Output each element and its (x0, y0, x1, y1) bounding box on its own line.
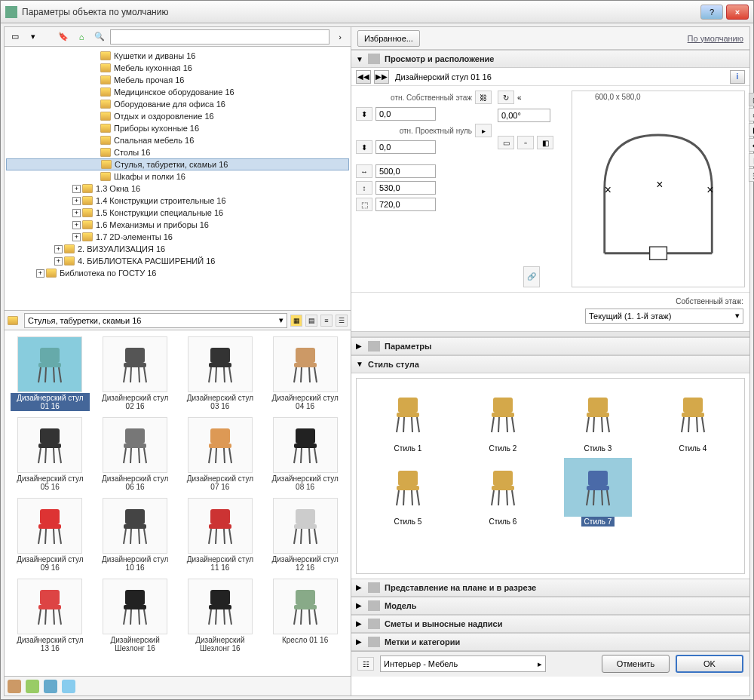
style-item[interactable]: Стиль 2 (458, 385, 548, 453)
thumbnail-item[interactable]: Дизайнерский стул 05 16 (9, 416, 91, 493)
style-item[interactable]: Стиль 4 (648, 385, 738, 453)
view-library-icon[interactable]: ▭ (8, 29, 23, 45)
tree-item[interactable]: +Библиотека по ГОСТУ 16 (6, 267, 349, 279)
thumbnail-grid[interactable]: Дизайнерский стул 01 16Дизайнерский стул… (5, 330, 351, 676)
thumbnail-item[interactable]: Дизайнерский стул 12 16 (264, 496, 346, 574)
chain2-icon[interactable]: ▸ (475, 124, 492, 137)
tree-item[interactable]: Шкафы и полки 16 (6, 170, 349, 183)
offset-bottom-input[interactable] (375, 140, 436, 154)
lib-icon-2[interactable] (26, 680, 39, 693)
thumbnail-item[interactable]: Дизайнерский стул 13 16 (9, 577, 91, 655)
category-select[interactable]: Интерьер - Мебель▸ (380, 655, 546, 672)
chevron-down-icon[interactable]: ▾ (26, 29, 41, 45)
tree-item[interactable]: Отдых и оздоровление 16 (6, 110, 349, 122)
ok-button[interactable]: OK (676, 655, 743, 673)
tree-item[interactable]: Мебель прочая 16 (6, 74, 349, 86)
tree-item[interactable]: +4. БИБЛИОТЕКА РАСШИРЕНИЙ 16 (6, 255, 349, 267)
panel-style-header[interactable]: ▼ Стиль стула (351, 355, 749, 373)
lib-icon-1[interactable] (8, 680, 21, 693)
style-item[interactable]: Стиль 1 (363, 385, 453, 453)
thumbnail-item[interactable]: Дизайнерский Шезлонг 16 (179, 577, 262, 655)
thumbnail-item[interactable]: Дизайнерский стул 01 16 (9, 335, 91, 413)
tree-toggle-icon[interactable]: + (72, 221, 81, 229)
favorites-button[interactable]: Избранное... (357, 30, 420, 47)
view-axon-icon[interactable]: ⬚ (749, 168, 754, 182)
panel-parameters-header[interactable]: ▶ Параметры (351, 337, 749, 355)
view-front-icon[interactable]: ▭ (749, 108, 754, 121)
tree-item[interactable]: +1.3 Окна 16 (6, 183, 349, 195)
lib-icon-3[interactable] (44, 680, 57, 693)
thumbnail-item[interactable]: Дизайнерский стул 08 16 (264, 416, 346, 493)
nav-next-button[interactable]: ▶▶ (374, 70, 389, 84)
link-dim-icon[interactable]: 🔗 (523, 266, 540, 287)
storey-select[interactable]: Текущий (1. 1-й этаж)▾ (585, 309, 743, 324)
tree-toggle-icon[interactable]: + (54, 257, 63, 266)
mirror-d-icon[interactable]: ◧ (537, 136, 553, 149)
cancel-button[interactable]: Отменить (602, 655, 670, 673)
tree-item[interactable]: Спальная мебель 16 (6, 134, 349, 146)
thumbnail-item[interactable]: Дизайнерский стул 03 16 (179, 335, 262, 413)
view-iso-icon[interactable]: ◆ (749, 138, 754, 152)
thumbnail-item[interactable]: Дизайнерский стул 06 16 (94, 416, 176, 493)
folder-select[interactable]: Стулья, табуретки, скамьи 16 ▾ (24, 313, 287, 328)
thumbnail-item[interactable]: Дизайнерский стул 04 16 (264, 335, 346, 413)
default-link[interactable]: По умолчанию (688, 34, 743, 43)
dim-y-input[interactable] (375, 181, 436, 195)
tree-item[interactable]: +2. ВИЗУАЛИЗАЦИЯ 16 (6, 243, 349, 255)
chain-icon[interactable]: ⛓ (475, 91, 492, 104)
preview-viewport[interactable]: 600,0 x 580,0 × × × ▢ ▭ ◧ ◆ ▯ (572, 91, 745, 287)
dim-z-input[interactable] (375, 198, 436, 211)
view-plan-icon[interactable]: ▢ (749, 93, 754, 106)
style-item[interactable]: Стиль 6 (458, 458, 548, 527)
thumbnail-item[interactable]: Дизайнерский стул 10 16 (94, 496, 176, 574)
angle-input[interactable] (498, 109, 550, 122)
search-input[interactable] (110, 29, 329, 45)
tree-item[interactable]: +1.6 Механизмы и приборы 16 (6, 219, 349, 231)
style-item[interactable]: Стиль 5 (363, 458, 453, 527)
rotate-icon[interactable]: ↻ (498, 91, 514, 104)
bookmark-icon[interactable]: 🔖 (56, 29, 71, 45)
dim-x-input[interactable] (375, 164, 436, 178)
view-list-icon[interactable]: ☰ (336, 315, 348, 327)
thumbnail-item[interactable]: Дизайнерский стул 02 16 (94, 335, 176, 413)
tree-toggle-icon[interactable]: + (54, 245, 63, 253)
panel-model-header[interactable]: ▶ Модель (351, 597, 749, 615)
thumbnail-item[interactable]: Кресло 01 16 (264, 577, 346, 655)
tree-item[interactable]: Кушетки и диваны 16 (6, 50, 349, 62)
tree-item[interactable]: Мебель кухонная 16 (6, 62, 349, 74)
tree-toggle-icon[interactable]: + (72, 197, 81, 205)
tree-item[interactable]: +1.7 2D-элементы 16 (6, 231, 349, 243)
view-small-icon[interactable]: ≡ (320, 315, 333, 327)
library-tree[interactable]: Кушетки и диваны 16Мебель кухонная 16Меб… (5, 47, 351, 311)
thumbnail-item[interactable]: Дизайнерский стул 07 16 (179, 416, 262, 493)
style-item[interactable]: Стиль 3 (553, 385, 643, 453)
style-grid[interactable]: Стиль 1Стиль 2Стиль 3Стиль 4Стиль 5Стиль… (356, 378, 745, 574)
mirror-h-icon[interactable]: ▭ (498, 136, 514, 149)
tree-item[interactable]: Оборудование для офиса 16 (6, 98, 349, 110)
tree-item[interactable]: +1.4 Конструкции строительные 16 (6, 195, 349, 207)
info-button[interactable]: i (730, 70, 745, 84)
view-large-icon[interactable]: ▦ (290, 315, 302, 327)
tree-toggle-icon[interactable]: + (72, 209, 81, 217)
tree-item[interactable]: Приборы кухонные 16 (6, 122, 349, 134)
panel-plansection-header[interactable]: ▶ Представление на плане и в разрезе (351, 579, 749, 597)
nav-prev-button[interactable]: ◀◀ (356, 70, 371, 84)
panel-listing-header[interactable]: ▶ Сметы и выносные надписи (351, 615, 749, 633)
chevron-right-icon[interactable]: › (333, 29, 348, 45)
view-medium-icon[interactable]: ▤ (305, 315, 317, 327)
style-item[interactable]: Стиль 7 (553, 458, 643, 527)
tree-toggle-icon[interactable]: + (36, 269, 44, 278)
tree-toggle-icon[interactable]: + (72, 185, 81, 193)
help-button[interactable]: ? (700, 5, 723, 20)
panel-preview-header[interactable]: ▼ Просмотр и расположение (351, 50, 749, 68)
offset-top-input[interactable] (375, 107, 436, 121)
tree-item[interactable]: +1.5 Конструкции специальные 16 (6, 207, 349, 219)
home-icon[interactable]: ⌂ (74, 29, 89, 45)
mirror-v-icon[interactable]: ▫ (517, 136, 534, 149)
thumbnail-item[interactable]: Дизайнерский стул 11 16 (179, 496, 262, 574)
search-icon[interactable]: 🔍 (92, 29, 107, 45)
panel-tags-header[interactable]: ▶ Метки и категории (351, 633, 749, 651)
lib-icon-4[interactable] (62, 680, 75, 693)
thumbnail-item[interactable]: Дизайнерский стул 09 16 (9, 496, 91, 574)
tree-item[interactable]: Стулья, табуретки, скамьи 16 (6, 158, 349, 170)
